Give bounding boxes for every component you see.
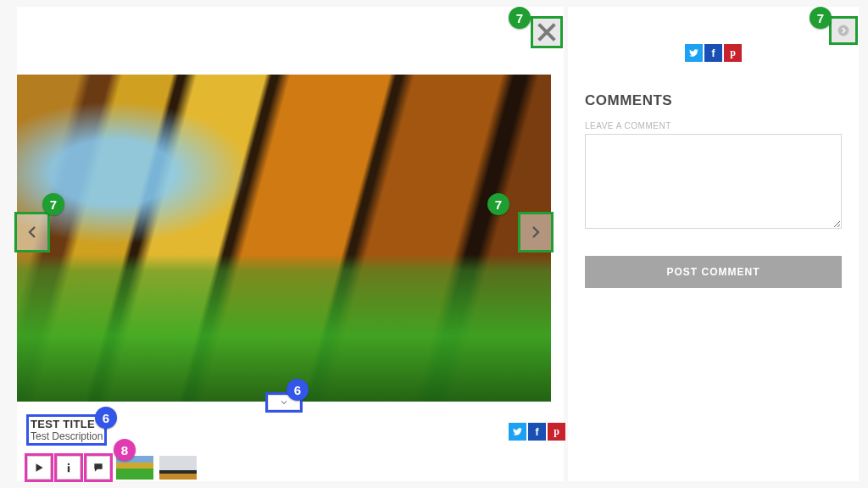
image-share-row: f p: [509, 423, 565, 441]
thumbnail-1[interactable]: [116, 456, 153, 480]
pinterest-icon: p: [554, 425, 559, 438]
chevron-right-icon: [528, 225, 543, 240]
play-icon: [33, 462, 45, 474]
speech-bubble-icon: [92, 462, 104, 474]
gallery-stage: TEST TITLE Test Description f p: [17, 7, 564, 481]
close-button[interactable]: [533, 19, 560, 46]
comments-button[interactable]: [86, 456, 110, 480]
comment-textarea[interactable]: [585, 134, 842, 229]
comments-sidebar: f p COMMENTS LEAVE A COMMENT POST COMMEN…: [568, 7, 859, 481]
collapse-sidebar-button[interactable]: [832, 19, 855, 42]
twitter-icon: [512, 426, 523, 437]
post-comment-button[interactable]: POST COMMENT: [585, 256, 842, 288]
prev-button[interactable]: [17, 214, 47, 250]
next-button[interactable]: [520, 214, 551, 250]
gallery-toolbar: [27, 456, 197, 480]
image-description: Test Description: [31, 430, 103, 442]
toggle-thumbnails-button[interactable]: [268, 395, 300, 410]
thumbnail-2[interactable]: [159, 456, 197, 480]
leave-comment-label: LEAVE A COMMENT: [585, 121, 842, 130]
chevron-left-icon: [25, 225, 40, 240]
svg-point-3: [838, 25, 849, 36]
twitter-icon: [688, 47, 699, 58]
pinterest-share-button-top[interactable]: p: [724, 44, 742, 62]
main-image: [17, 75, 551, 402]
play-slideshow-button[interactable]: [27, 456, 51, 480]
image-title: TEST TITLE: [31, 418, 103, 430]
twitter-share-button[interactable]: [509, 423, 526, 441]
close-icon: [533, 19, 560, 46]
facebook-share-button-top[interactable]: f: [704, 44, 722, 62]
svg-point-1: [68, 463, 70, 465]
pinterest-icon: p: [730, 47, 736, 59]
arrow-right-circle-icon: [837, 25, 849, 36]
svg-rect-2: [68, 466, 70, 472]
image-info-block: TEST TITLE Test Description: [29, 417, 104, 443]
pinterest-share-button[interactable]: p: [548, 423, 565, 441]
info-button[interactable]: [57, 456, 81, 480]
facebook-share-button[interactable]: f: [528, 423, 546, 441]
sidebar-share-row: f p: [585, 44, 842, 62]
comments-heading: COMMENTS: [585, 92, 842, 109]
svg-marker-0: [36, 463, 43, 471]
info-icon: [63, 462, 75, 474]
facebook-icon: f: [536, 426, 539, 438]
chevron-down-icon: [279, 398, 289, 407]
facebook-icon: f: [712, 47, 715, 59]
twitter-share-button-top[interactable]: [685, 44, 703, 62]
